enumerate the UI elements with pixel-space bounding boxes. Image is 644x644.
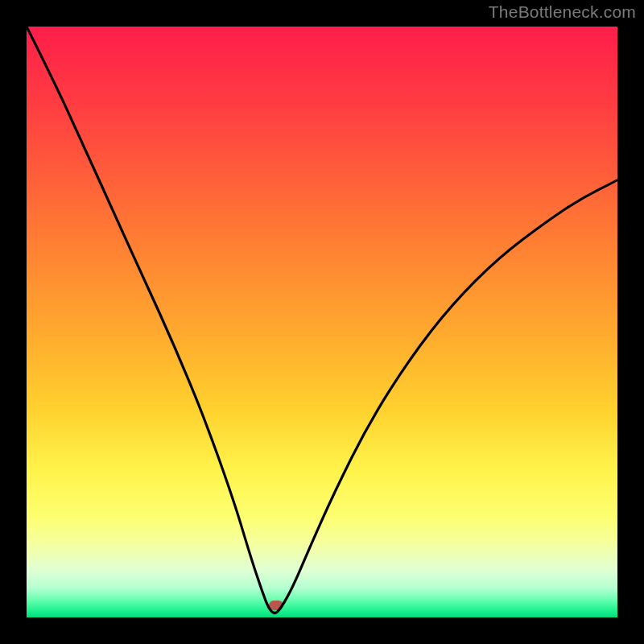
plot-area [27, 27, 617, 617]
curve-path [27, 27, 617, 613]
bottleneck-curve [27, 27, 617, 617]
watermark-label: TheBottleneck.com [489, 2, 636, 22]
chart-container: TheBottleneck.com [0, 0, 644, 644]
